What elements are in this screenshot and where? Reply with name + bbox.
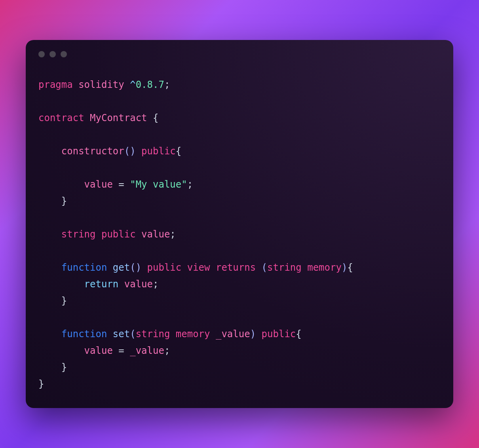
code-token	[96, 229, 101, 240]
code-token: {	[176, 146, 181, 157]
code-token: (	[262, 262, 267, 273]
code-token	[38, 279, 84, 290]
code-token	[124, 179, 130, 190]
code-token: value	[124, 279, 153, 290]
code-token: function	[61, 328, 107, 340]
code-token: ^	[130, 79, 135, 90]
code-token: view	[187, 262, 210, 273]
code-token	[302, 262, 307, 273]
code-token: value	[141, 229, 170, 240]
code-token: public	[101, 229, 136, 240]
code-token: public	[262, 328, 296, 340]
window-dot-maximize[interactable]	[61, 51, 67, 57]
code-token: (	[130, 328, 135, 340]
code-token	[73, 79, 78, 90]
code-token	[107, 328, 112, 340]
code-token	[136, 146, 141, 157]
code-token: =	[118, 179, 124, 190]
code-token: value	[84, 179, 113, 190]
code-token	[181, 262, 187, 273]
code-token: }	[38, 378, 44, 389]
code-token	[124, 79, 130, 90]
code-token: "My value"	[130, 179, 187, 190]
window-dot-minimize[interactable]	[49, 51, 56, 57]
code-token	[118, 279, 124, 290]
code-token: public	[147, 262, 182, 273]
code-token: solidity	[78, 79, 124, 90]
code-token: ;	[153, 279, 158, 290]
code-token: ;	[170, 229, 175, 240]
code-token	[38, 328, 61, 340]
code-token	[136, 229, 141, 240]
code-token: }	[38, 295, 67, 306]
code-token: string	[61, 229, 96, 240]
code-token: ;	[187, 179, 193, 190]
code-token: )	[342, 262, 347, 273]
code-token	[256, 262, 261, 273]
code-token	[141, 262, 147, 273]
code-token: string	[136, 328, 170, 340]
code-token: 0.8.7	[136, 79, 164, 90]
code-token: contract	[38, 112, 84, 123]
code-token: _value	[130, 345, 164, 356]
code-token	[38, 229, 61, 240]
code-token	[170, 328, 175, 340]
code-token: public	[141, 146, 176, 157]
code-token: {	[347, 262, 353, 273]
code-token: constructor	[61, 146, 124, 157]
code-token: function	[61, 262, 107, 273]
code-token	[210, 262, 216, 273]
code-token: value	[84, 345, 113, 356]
window-titlebar	[38, 51, 441, 57]
code-token	[107, 262, 112, 273]
code-token	[124, 345, 130, 356]
code-token: _value	[216, 328, 250, 340]
code-block[interactable]: pragma solidity ^0.8.7; contract MyContr…	[38, 76, 441, 392]
code-token	[38, 345, 84, 356]
code-token	[113, 345, 118, 356]
code-token: returns	[216, 262, 256, 273]
code-token: {	[147, 112, 159, 123]
code-token: return	[84, 279, 119, 290]
code-token: }	[38, 362, 67, 373]
code-token	[38, 146, 61, 157]
code-token: ;	[164, 345, 170, 356]
code-token: ()	[124, 146, 136, 157]
code-token	[256, 328, 261, 340]
code-token: )	[250, 328, 256, 340]
code-token: }	[38, 196, 67, 207]
code-token: MyContract	[90, 112, 147, 123]
code-token	[84, 112, 90, 123]
code-token: memory	[176, 328, 210, 340]
code-token: set	[113, 328, 130, 340]
code-token: string	[267, 262, 302, 273]
code-token: {	[296, 328, 301, 340]
code-token: memory	[307, 262, 342, 273]
code-token	[38, 262, 61, 273]
code-token: pragma	[38, 79, 73, 90]
code-token: =	[118, 345, 124, 356]
code-token	[113, 179, 118, 190]
window-dot-close[interactable]	[38, 51, 45, 57]
code-token	[38, 179, 84, 190]
code-window: pragma solidity ^0.8.7; contract MyContr…	[26, 40, 453, 408]
code-token: ()	[130, 262, 141, 273]
code-token: ;	[164, 79, 170, 90]
code-token	[210, 328, 216, 340]
code-token: get	[113, 262, 130, 273]
